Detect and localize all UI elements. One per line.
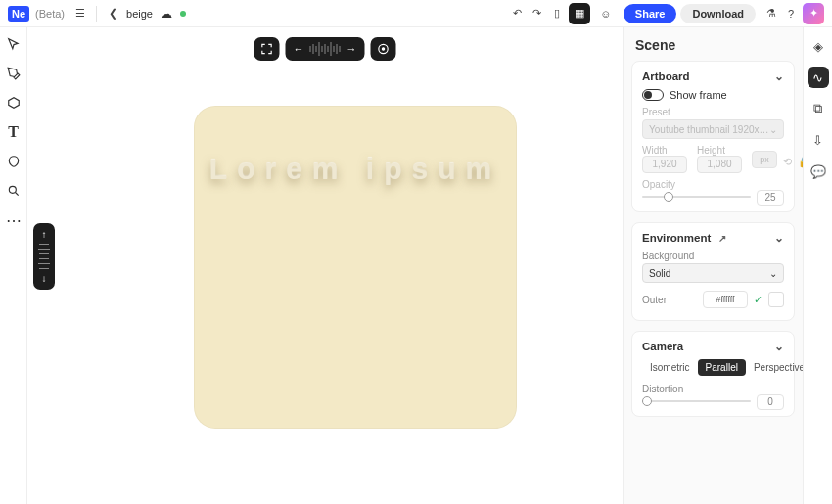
download-button[interactable]: Download xyxy=(680,4,756,23)
outer-color-swatch[interactable] xyxy=(768,292,784,307)
distortion-value[interactable]: 0 xyxy=(757,394,784,410)
external-link-icon[interactable]: ↗ xyxy=(718,233,726,244)
canvas[interactable]: ← → ↑ ↓ Lorem ipsum xyxy=(27,27,623,504)
opacity-label: Opacity xyxy=(642,179,784,190)
width-input[interactable]: 1,920 xyxy=(642,156,687,173)
opacity-slider[interactable]: 25 xyxy=(642,190,784,204)
preset-select[interactable]: Youtube thumbnail 1920x1080 ⌄ xyxy=(642,119,784,139)
more-tool-icon[interactable]: ⋯ xyxy=(5,211,23,229)
outer-label: Outer xyxy=(642,295,667,305)
svg-point-0 xyxy=(9,186,16,193)
redo-icon[interactable]: ↷ xyxy=(528,4,547,23)
document-name[interactable]: beige xyxy=(126,8,153,20)
show-frame-label: Show frame xyxy=(670,89,727,101)
app-logo[interactable]: Ne xyxy=(8,6,29,22)
panel-layers-icon[interactable]: ⧉ xyxy=(808,98,829,119)
chevron-down-icon: ⌄ xyxy=(774,340,784,353)
camera-parallel[interactable]: Parallel xyxy=(698,359,746,376)
chevron-down-icon: ⌄ xyxy=(769,268,777,279)
share-button[interactable]: Share xyxy=(624,4,677,23)
section-artboard: Artboard ⌄ Show frame Preset Youtube thu… xyxy=(631,61,795,212)
preset-value: Youtube thumbnail 1920x1080 xyxy=(649,124,769,135)
separator xyxy=(96,6,97,22)
chevron-down-icon: ⌄ xyxy=(769,124,777,135)
section-camera-header[interactable]: Camera ⌄ xyxy=(642,340,784,353)
scrub-down-icon[interactable]: ↓ xyxy=(42,273,47,284)
menu-icon[interactable]: ☰ xyxy=(70,4,90,23)
preset-label: Preset xyxy=(642,107,784,117)
left-tool-rail: T ⋯ xyxy=(0,27,27,504)
background-label: Background xyxy=(642,251,784,261)
camera-perspective[interactable]: Perspective xyxy=(746,359,803,376)
background-select[interactable]: Solid ⌄ xyxy=(642,263,784,283)
text-tool-icon[interactable]: T xyxy=(5,123,23,141)
device-icon[interactable]: ▯ xyxy=(547,4,567,23)
timeline-scrubber[interactable]: ← → xyxy=(286,37,365,61)
panel-title: Scene xyxy=(624,27,803,61)
section-environment: Environment ↗ ⌄ Background Solid ⌄ Outer… xyxy=(631,222,795,321)
section-artboard-header[interactable]: Artboard ⌄ xyxy=(642,69,784,83)
show-frame-toggle[interactable] xyxy=(642,89,664,101)
section-environment-title: Environment xyxy=(642,232,711,244)
section-environment-header[interactable]: Environment ↗ ⌄ xyxy=(642,231,784,245)
ai-icon[interactable]: ✦ xyxy=(803,3,824,24)
section-camera: Camera ⌄ Isometric Parallel Perspective … xyxy=(631,331,795,417)
shape-tool-icon[interactable] xyxy=(5,94,23,112)
account-icon[interactable]: ☺ xyxy=(596,4,616,23)
undo-icon[interactable]: ↶ xyxy=(508,4,528,23)
qr-icon[interactable]: ▦ xyxy=(569,3,590,24)
section-artboard-title: Artboard xyxy=(642,70,690,82)
lab-icon[interactable]: ⚗ xyxy=(762,4,781,23)
select-tool-icon[interactable] xyxy=(5,35,23,53)
right-icon-rail: ◈ ∿ ⧉ ⇩ 💬 xyxy=(803,27,832,504)
link-dimensions-icon[interactable]: ⟲ xyxy=(783,156,792,168)
panel-settings-icon[interactable]: ∿ xyxy=(808,67,829,88)
panel-comments-icon[interactable]: 💬 xyxy=(808,160,829,182)
section-camera-title: Camera xyxy=(642,341,683,352)
opacity-slider-thumb[interactable] xyxy=(664,192,673,202)
chevron-down-icon: ⌄ xyxy=(774,69,784,83)
cloud-sync-icon[interactable]: ☁ xyxy=(161,7,172,21)
vertical-scrubber[interactable]: ↑ ↓ xyxy=(33,223,55,290)
status-dot-icon xyxy=(180,11,186,17)
distortion-label: Distortion xyxy=(642,384,784,394)
canvas-top-controls: ← → xyxy=(254,37,396,61)
check-icon: ✓ xyxy=(754,294,763,306)
chevron-down-icon: ⌄ xyxy=(774,231,784,245)
reset-view-button[interactable] xyxy=(371,37,396,61)
properties-panel: Scene Artboard ⌄ Show frame Preset Youtu… xyxy=(623,27,803,504)
background-value: Solid xyxy=(649,268,670,279)
help-icon[interactable]: ? xyxy=(781,4,801,23)
outer-hex-input[interactable]: #ffffff xyxy=(703,291,748,308)
timeline-prev-icon[interactable]: ← xyxy=(290,43,308,55)
opacity-value[interactable]: 25 xyxy=(757,190,784,206)
height-input[interactable]: 1,080 xyxy=(697,156,742,173)
artboard-surface[interactable]: Lorem ipsum xyxy=(194,106,517,429)
pen-tool-icon[interactable] xyxy=(5,65,23,82)
back-icon[interactable]: ❮ xyxy=(103,4,122,23)
unit-select[interactable]: px xyxy=(752,151,777,168)
top-bar: Ne (Beta) ☰ ❮ beige ☁ ↶ ↷ ▯ ▦ ☺ Share Do… xyxy=(0,0,832,27)
blob-tool-icon[interactable] xyxy=(5,153,23,170)
distortion-slider-thumb[interactable] xyxy=(642,396,652,406)
width-label: Width xyxy=(642,145,687,156)
artboard-text[interactable]: Lorem ipsum xyxy=(194,153,517,186)
camera-mode-segment[interactable]: Isometric Parallel Perspective xyxy=(642,359,784,376)
beta-tag: (Beta) xyxy=(35,8,65,20)
height-label: Height xyxy=(697,145,742,156)
panel-scene-icon[interactable]: ◈ xyxy=(808,35,829,57)
fit-frame-button[interactable] xyxy=(254,37,280,61)
camera-isometric[interactable]: Isometric xyxy=(642,359,698,376)
search-tool-icon[interactable] xyxy=(5,182,23,200)
distortion-slider[interactable]: 0 xyxy=(642,394,784,408)
scrub-up-icon[interactable]: ↑ xyxy=(42,229,47,240)
timeline-next-icon[interactable]: → xyxy=(343,43,361,55)
svg-point-2 xyxy=(382,48,384,50)
panel-export-icon[interactable]: ⇩ xyxy=(808,129,829,151)
